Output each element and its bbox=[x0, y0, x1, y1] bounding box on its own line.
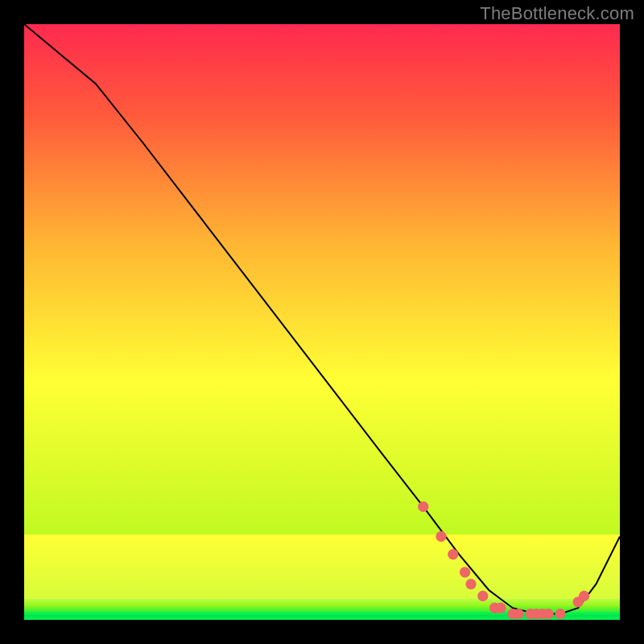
valley-dot bbox=[436, 531, 446, 542]
plot-area bbox=[24, 24, 620, 620]
bottleneck-curve bbox=[24, 24, 620, 614]
valley-dot bbox=[579, 591, 589, 601]
valley-dot bbox=[514, 609, 524, 619]
attribution-text: TheBottleneck.com bbox=[480, 3, 634, 24]
valley-dot bbox=[477, 591, 488, 601]
valley-dot bbox=[495, 603, 506, 613]
valley-dot bbox=[555, 609, 565, 619]
valley-dot bbox=[460, 567, 470, 577]
valley-dot bbox=[448, 549, 458, 559]
chart-overlay-svg bbox=[24, 24, 620, 620]
valley-dot bbox=[543, 609, 554, 619]
chart-frame: TheBottleneck.com bbox=[0, 0, 644, 644]
valley-dot bbox=[465, 579, 476, 589]
valley-dot bbox=[418, 502, 428, 512]
